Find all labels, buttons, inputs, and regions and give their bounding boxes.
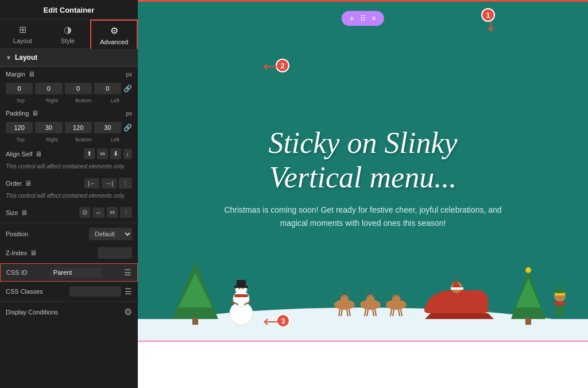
size-row: Size 🖥 ⊙ ↔ ⇔ ⋮ bbox=[0, 203, 138, 221]
sidebar-title: Edit Container bbox=[0, 0, 138, 20]
advanced-icon: ⚙ bbox=[110, 25, 118, 36]
order-label-text: Order bbox=[6, 180, 22, 187]
position-row: Position Default Relative Absolute Fixed… bbox=[0, 224, 138, 244]
position-label-text: Position bbox=[6, 231, 28, 237]
padding-top-label: Top bbox=[6, 137, 35, 143]
css-id-label: CSS ID bbox=[6, 269, 28, 276]
tab-layout[interactable]: ⊞ Layout bbox=[0, 20, 45, 48]
callout-3: 3 bbox=[276, 314, 290, 328]
zindex-row: Z-Index 🖥 bbox=[0, 244, 138, 262]
tab-style-label: Style bbox=[61, 37, 75, 44]
align-self-controls: ⬆ ⇔ ⬇ ↕ bbox=[84, 148, 133, 159]
padding-row: Padding 🖥 px bbox=[0, 106, 138, 121]
css-classes-menu-icon[interactable]: ☰ bbox=[125, 287, 132, 296]
padding-left-label: Left bbox=[100, 137, 130, 143]
css-id-menu-icon[interactable]: ☰ bbox=[124, 268, 131, 277]
margin-right-input[interactable] bbox=[35, 83, 62, 94]
hero-section: + ⠿ × Sticky on SlinkyVertical menu... C… bbox=[138, 2, 588, 342]
align-self-label-text: Align Self bbox=[6, 151, 32, 157]
css-id-input[interactable] bbox=[50, 267, 102, 278]
margin-unit[interactable]: px bbox=[126, 71, 132, 78]
padding-top-input[interactable] bbox=[6, 122, 33, 133]
size-height-btn[interactable]: ⇔ bbox=[107, 207, 118, 218]
order-right-btn[interactable]: →| bbox=[102, 178, 117, 189]
main-content: + ⠿ × Sticky on SlinkyVertical menu... C… bbox=[138, 0, 588, 388]
svg-rect-4 bbox=[192, 318, 198, 325]
svg-marker-3 bbox=[178, 273, 212, 308]
layout-section-header: ▼ Layout bbox=[0, 49, 138, 67]
margin-left-label: Left bbox=[100, 98, 130, 103]
margin-inputs: 🔗 bbox=[0, 82, 138, 98]
callout-1: 1 bbox=[481, 8, 495, 22]
svg-rect-1 bbox=[138, 319, 588, 342]
hero-title: Sticky on SlinkyVertical menu... bbox=[268, 126, 457, 195]
margin-label: Margin 🖥 bbox=[6, 70, 35, 78]
svg-point-25 bbox=[366, 295, 374, 303]
toolbar-move-btn[interactable]: ⠿ bbox=[359, 14, 367, 23]
svg-point-48 bbox=[525, 267, 531, 273]
position-select[interactable]: Default Relative Absolute Fixed Sticky bbox=[89, 228, 132, 240]
padding-label: Padding 🖥 bbox=[6, 109, 38, 117]
hero-bottom-border bbox=[138, 340, 588, 342]
divider-2 bbox=[0, 301, 138, 302]
padding-right-input[interactable] bbox=[35, 122, 62, 133]
layout-section-label: Layout bbox=[15, 53, 37, 62]
order-more-btn[interactable]: ⋮ bbox=[119, 178, 132, 189]
tab-advanced[interactable]: ⚙ Advanced bbox=[90, 20, 138, 49]
svg-line-38 bbox=[392, 292, 394, 297]
size-width-btn[interactable]: ↔ bbox=[92, 208, 105, 218]
layout-icon: ⊞ bbox=[19, 24, 26, 35]
size-controls: ⊙ ↔ ⇔ ⋮ bbox=[79, 207, 132, 218]
toolbar-add-btn[interactable]: + bbox=[349, 14, 355, 23]
align-center-btn[interactable]: ⇔ bbox=[97, 148, 108, 159]
scene bbox=[138, 239, 588, 342]
align-bottom-btn[interactable]: ⬇ bbox=[110, 148, 121, 159]
svg-point-12 bbox=[241, 290, 242, 291]
order-left-btn[interactable]: |← bbox=[84, 178, 99, 189]
padding-right-label: Right bbox=[37, 137, 67, 143]
align-stretch-btn[interactable]: ↕ bbox=[123, 149, 133, 159]
callout-2: 2 bbox=[276, 59, 289, 72]
padding-unit[interactable]: px bbox=[126, 110, 132, 117]
collapse-arrow[interactable]: ▼ bbox=[6, 55, 11, 61]
margin-input-labels: Top Right Bottom Left bbox=[0, 98, 138, 106]
size-label: Size 🖥 bbox=[6, 209, 28, 217]
svg-rect-9 bbox=[234, 286, 248, 288]
zindex-label-text: Z-Index bbox=[6, 249, 27, 256]
padding-input-labels: Top Right Bottom Left bbox=[0, 137, 138, 145]
padding-bottom-input[interactable] bbox=[65, 122, 92, 133]
margin-label-text: Margin bbox=[6, 71, 25, 78]
sidebar: Edit Container ⊞ Layout ◑ Style ⚙ Advanc… bbox=[0, 0, 138, 388]
svg-rect-47 bbox=[525, 318, 531, 325]
zindex-label: Z-Index 🖥 bbox=[6, 249, 37, 257]
svg-line-30 bbox=[366, 292, 369, 297]
display-conditions-icon[interactable]: ⚙ bbox=[124, 306, 132, 317]
size-auto-btn[interactable]: ⊙ bbox=[79, 207, 90, 218]
size-more-btn[interactable]: ⋮ bbox=[120, 207, 132, 218]
tab-style[interactable]: ◑ Style bbox=[45, 20, 91, 48]
padding-left-input[interactable] bbox=[94, 122, 121, 133]
padding-inputs: 🔗 bbox=[0, 121, 138, 137]
bottom-white bbox=[138, 342, 588, 388]
tab-layout-label: Layout bbox=[13, 37, 32, 44]
svg-rect-15 bbox=[234, 294, 248, 297]
size-icon: 🖥 bbox=[21, 209, 28, 217]
order-row: Order 🖥 |← →| ⋮ bbox=[0, 174, 138, 192]
order-controls: |← →| ⋮ bbox=[84, 178, 132, 189]
svg-line-31 bbox=[372, 292, 375, 297]
svg-line-23 bbox=[346, 292, 349, 297]
margin-bottom-input[interactable] bbox=[65, 83, 92, 94]
padding-link-icon[interactable]: 🔗 bbox=[123, 124, 132, 132]
margin-top-input[interactable] bbox=[6, 83, 33, 94]
zindex-input[interactable] bbox=[98, 247, 132, 259]
svg-rect-52 bbox=[555, 293, 565, 295]
align-self-row: Align Self 🖥 ⬆ ⇔ ⬇ ↕ bbox=[0, 145, 138, 163]
toolbar-close-btn[interactable]: × bbox=[370, 14, 377, 23]
css-classes-input[interactable] bbox=[69, 286, 121, 297]
divider-1 bbox=[0, 222, 138, 223]
margin-link-icon[interactable]: 🔗 bbox=[123, 84, 132, 93]
align-top-btn[interactable]: ⬆ bbox=[84, 148, 95, 159]
margin-left-input[interactable] bbox=[94, 83, 121, 94]
margin-top-label: Top bbox=[6, 98, 35, 103]
display-conditions-label: Display Conditions bbox=[6, 309, 58, 316]
